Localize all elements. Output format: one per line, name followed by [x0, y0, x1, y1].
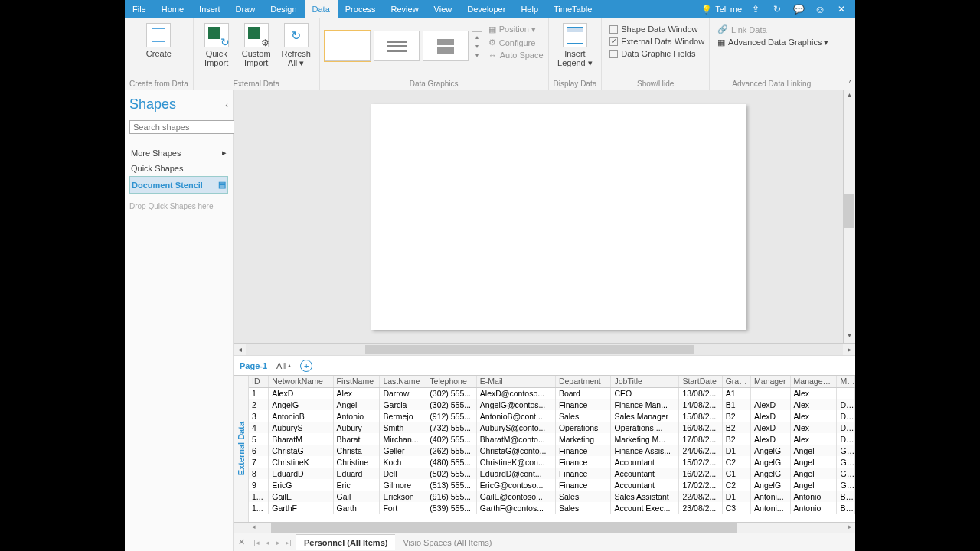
scroll-left-icon[interactable]: ◂	[234, 345, 246, 354]
table-row[interactable]: 1...GailEGailErickson(916) 555...GailE@c…	[249, 491, 855, 502]
dg-none-icon[interactable]	[325, 31, 371, 61]
table-row[interactable]: 8EduardDEduardDell(502) 555...EduardD@co…	[249, 468, 855, 479]
column-header[interactable]: StartDate	[679, 376, 722, 387]
external-data-window-toggle[interactable]: ✓External Data Window	[609, 37, 704, 46]
column-header[interactable]: ID	[249, 376, 269, 387]
page-tab-bar: Page-1 All▴ +	[234, 355, 855, 375]
data-tab-personnel[interactable]: Personnel (All Items)	[296, 534, 395, 550]
column-header[interactable]: LastName	[380, 376, 426, 387]
insert-legend-button[interactable]: Insert Legend ▾	[557, 21, 593, 67]
column-header[interactable]: Department	[555, 376, 611, 387]
close-external-data-button[interactable]: ✕	[234, 537, 249, 547]
quick-import-button[interactable]: Quick Import	[198, 21, 235, 67]
prev-record-icon[interactable]: ◂	[263, 539, 272, 546]
menu-tab-insert[interactable]: Insert	[191, 0, 228, 18]
data-tab-spaces[interactable]: Visio Spaces (All Items)	[395, 535, 499, 550]
history-icon[interactable]: ↻	[769, 2, 785, 17]
position-icon: ▦	[488, 24, 496, 34]
grid-horizontal-scrollbar[interactable]: ◂ ▸	[234, 522, 855, 533]
external-data-tabs: ✕ |◂ ◂ ▸ ▸| Personnel (All Items) Visio …	[234, 533, 855, 551]
table-row[interactable]: 5BharatMBharatMirchan...(402) 555...Bhar…	[249, 433, 855, 445]
column-header[interactable]: NetworkName	[269, 376, 333, 387]
data-graphic-fields-toggle[interactable]: Data Graphic Fields	[609, 49, 704, 58]
link-data-button: 🔗Link Data	[717, 24, 828, 34]
menu-tab-view[interactable]: View	[426, 0, 460, 18]
menu-tab-file[interactable]: File	[125, 0, 154, 18]
tell-me-search[interactable]: 💡 Tell me	[695, 5, 748, 15]
menu-tab-timetable[interactable]: TimeTable	[546, 0, 599, 18]
scroll-right-icon[interactable]: ▸	[845, 523, 855, 533]
dg-bars-icon[interactable]	[374, 31, 420, 61]
table-row[interactable]: 4AuburySAuburySmith(732) 555...AuburyS@c…	[249, 422, 855, 433]
table-row[interactable]: 1...GarthFGarthFort(539) 555...GarthF@co…	[249, 502, 855, 514]
feedback-smiley-icon[interactable]: ☺	[812, 2, 828, 17]
column-header[interactable]: Grade	[722, 376, 750, 387]
column-header[interactable]: ManagerFirstName	[790, 376, 837, 387]
comments-icon[interactable]: 💬	[791, 2, 806, 17]
first-record-icon[interactable]: |◂	[252, 539, 261, 546]
table-row[interactable]: 9EricGEricGilmore(513) 555...EricG@conto…	[249, 479, 855, 491]
column-header[interactable]: FirstName	[333, 376, 380, 387]
menu-tab-review[interactable]: Review	[384, 0, 426, 18]
app-window: FileHomeInsertDrawDesignDataProcessRevie…	[125, 0, 855, 551]
menu-tab-developer[interactable]: Developer	[459, 0, 513, 18]
menu-bar: FileHomeInsertDrawDesignDataProcessRevie…	[125, 0, 855, 18]
menu-tab-help[interactable]: Help	[513, 0, 546, 18]
shapes-search-input[interactable]	[129, 120, 242, 134]
share-icon[interactable]: ⇪	[748, 2, 763, 17]
scroll-left-icon[interactable]: ◂	[249, 523, 259, 533]
menu-tab-home[interactable]: Home	[154, 0, 191, 18]
table-row[interactable]: 3AntonioBAntonioBermejo(912) 555...Anton…	[249, 410, 855, 422]
column-header[interactable]: E-Mail	[476, 376, 555, 387]
checkbox-checked-icon: ✓	[609, 37, 618, 46]
scroll-thumb[interactable]	[844, 194, 854, 228]
create-button[interactable]: Create	[140, 21, 177, 58]
add-page-button[interactable]: +	[300, 360, 312, 372]
table-row[interactable]: 6ChristaGChristaGeller(262) 555...Christ…	[249, 445, 855, 456]
scroll-thumb[interactable]	[271, 523, 737, 533]
collapse-shapes-button[interactable]: ‹	[225, 100, 228, 109]
scroll-thumb[interactable]	[365, 345, 694, 354]
refresh-icon	[284, 23, 309, 47]
menu-tab-data[interactable]: Data	[305, 0, 338, 18]
custom-import-button[interactable]: Custom Import	[238, 21, 275, 67]
scroll-right-icon[interactable]: ▸	[843, 345, 855, 354]
column-header[interactable]: JobTitle	[611, 376, 679, 387]
table-row[interactable]: 1AlexDAlexDarrow(302) 555...AlexD@contos…	[249, 387, 855, 399]
advanced-data-graphics-button[interactable]: ▦Advanced Data Graphics ▾	[717, 37, 828, 47]
menu-tab-process[interactable]: Process	[338, 0, 384, 18]
scroll-up-icon[interactable]: ▴	[844, 90, 855, 103]
position-button: ▦Position ▾	[488, 24, 544, 34]
lightbulb-icon: 💡	[701, 5, 712, 15]
table-row[interactable]: 2AngelGAngelGarcia(302) 555...AngelG@con…	[249, 399, 855, 410]
collapse-ribbon-button[interactable]: ˄	[848, 80, 852, 88]
horizontal-scrollbar[interactable]: ◂ ▸	[234, 343, 855, 355]
create-icon	[146, 23, 171, 47]
column-header[interactable]: Telephone	[426, 376, 477, 387]
data-graphics-gallery[interactable]: ▴▾▾	[325, 21, 482, 61]
column-header[interactable]: M...	[837, 376, 855, 387]
menu-tab-draw[interactable]: Draw	[228, 0, 263, 18]
drawing-page[interactable]	[371, 104, 746, 330]
vertical-scrollbar[interactable]: ▴ ▾	[843, 90, 855, 343]
dg-thick-icon[interactable]	[423, 31, 469, 61]
scroll-down-icon[interactable]: ▾	[844, 331, 855, 343]
document-stencil-link[interactable]: Document Stencil▤	[129, 176, 228, 194]
last-record-icon[interactable]: ▸|	[284, 539, 293, 546]
data-grid[interactable]: IDNetworkNameFirstNameLastNameTelephoneE…	[249, 376, 855, 514]
more-shapes-link[interactable]: More Shapes▸	[129, 145, 228, 161]
refresh-all-button[interactable]: Refresh All ▾	[278, 21, 315, 67]
column-header[interactable]: Manager	[751, 376, 791, 387]
close-icon[interactable]: ✕	[834, 2, 849, 17]
next-record-icon[interactable]: ▸	[273, 539, 283, 546]
gallery-more-button[interactable]: ▴▾▾	[472, 31, 482, 60]
menu-tab-design[interactable]: Design	[263, 0, 304, 18]
checkbox-icon	[609, 50, 618, 58]
shape-data-window-toggle[interactable]: Shape Data Window	[609, 24, 704, 34]
legend-icon	[563, 23, 587, 47]
all-pages-tab[interactable]: All▴	[276, 361, 291, 370]
quick-shapes-link[interactable]: Quick Shapes	[129, 161, 228, 176]
page-tab[interactable]: Page-1	[240, 361, 267, 370]
table-row[interactable]: 7ChristineKChristineKoch(480) 555...Chri…	[249, 456, 855, 468]
configure-button: ⚙Configure	[488, 37, 544, 47]
